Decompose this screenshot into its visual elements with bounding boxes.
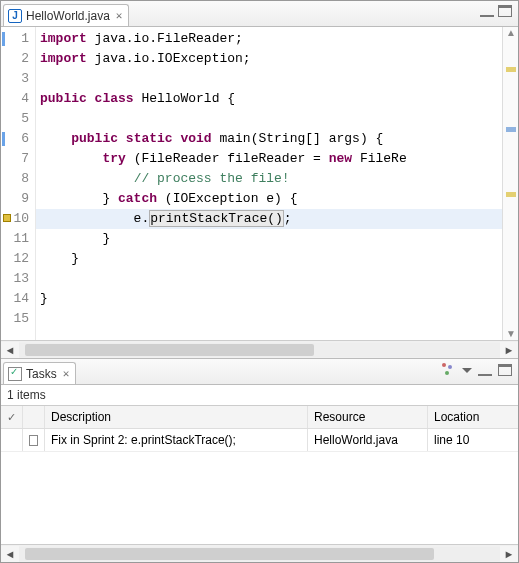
code-area[interactable]: import java.io.FileReader;import java.io…: [36, 27, 502, 340]
tasks-tab-bar: Tasks ✕: [1, 359, 518, 385]
code-line[interactable]: public class HelloWorld {: [36, 89, 502, 109]
change-marker-icon: [2, 132, 5, 146]
code-line[interactable]: } catch (IOException e) {: [36, 189, 502, 209]
overview-warning-marker[interactable]: [506, 192, 516, 197]
scroll-left-icon[interactable]: ◄: [1, 546, 19, 562]
maximize-pane-icon[interactable]: [498, 5, 512, 17]
minimize-pane-icon[interactable]: [480, 9, 494, 17]
hscroll-thumb[interactable]: [25, 548, 434, 560]
tasks-table: ✓ Description Resource Location Fix in S…: [1, 405, 518, 544]
focus-task-icon[interactable]: [442, 363, 456, 377]
checkbox-icon[interactable]: [29, 435, 38, 446]
col-description-header[interactable]: Description: [45, 406, 308, 428]
line-number: 4: [1, 89, 35, 109]
code-line[interactable]: // process the file!: [36, 169, 502, 189]
code-line[interactable]: [36, 109, 502, 129]
tasks-view-icon: [8, 367, 22, 381]
editor-hscrollbar[interactable]: ◄ ►: [1, 340, 518, 358]
task-resource: HelloWorld.java: [308, 429, 428, 451]
line-number: 8: [1, 169, 35, 189]
hscroll-thumb[interactable]: [25, 344, 314, 356]
java-file-icon: J: [8, 9, 22, 23]
code-line[interactable]: }: [36, 249, 502, 269]
col-location-header[interactable]: Location: [428, 406, 518, 428]
task-checkbox-cell[interactable]: [23, 429, 45, 451]
line-number-gutter: 123456789101112131415: [1, 27, 36, 340]
overview-task-marker[interactable]: [506, 127, 516, 132]
col-complete-header[interactable]: ✓: [1, 406, 23, 428]
code-line[interactable]: try (FileReader fileReader = new FileRe: [36, 149, 502, 169]
task-row[interactable]: Fix in Sprint 2: e.printStackTrace();Hel…: [1, 429, 518, 452]
line-number: 14: [1, 289, 35, 309]
overview-warning-marker[interactable]: [506, 67, 516, 72]
task-description: Fix in Sprint 2: e.printStackTrace();: [45, 429, 308, 451]
scroll-right-icon[interactable]: ►: [500, 342, 518, 358]
line-number: 6: [1, 129, 35, 149]
code-line[interactable]: }: [36, 289, 502, 309]
tasks-hscrollbar[interactable]: ◄ ►: [1, 544, 518, 562]
editor-tab-bar: J HelloWorld.java ✕: [1, 1, 518, 27]
line-number: 3: [1, 69, 35, 89]
editor-tab-label: HelloWorld.java: [26, 9, 110, 23]
col-resource-header[interactable]: Resource: [308, 406, 428, 428]
line-number: 11: [1, 229, 35, 249]
view-menu-icon[interactable]: [462, 368, 472, 373]
line-number: 13: [1, 269, 35, 289]
tasks-tab-label: Tasks: [26, 367, 57, 381]
editor-body[interactable]: 123456789101112131415 import java.io.Fil…: [1, 27, 518, 340]
col-checkbox-header[interactable]: [23, 406, 45, 428]
code-line[interactable]: public static void main(String[] args) {: [36, 129, 502, 149]
tasks-tab[interactable]: Tasks ✕: [3, 362, 76, 384]
task-location: line 10: [428, 429, 518, 451]
line-number: 5: [1, 109, 35, 129]
change-marker-icon: [2, 32, 5, 46]
editor-tab-helloworld[interactable]: J HelloWorld.java ✕: [3, 4, 129, 26]
code-line[interactable]: e.printStackTrace();: [36, 209, 502, 229]
line-number: 2: [1, 49, 35, 69]
checkmark-icon: ✓: [7, 411, 16, 423]
scroll-left-icon[interactable]: ◄: [1, 342, 19, 358]
hscroll-track[interactable]: [19, 547, 500, 561]
code-line[interactable]: import java.io.IOException;: [36, 49, 502, 69]
overview-ruler[interactable]: ▲ ▼: [502, 27, 518, 340]
hscroll-track[interactable]: [19, 343, 500, 357]
line-number: 1: [1, 29, 35, 49]
warning-marker-icon[interactable]: [3, 214, 11, 222]
scroll-right-icon[interactable]: ►: [500, 546, 518, 562]
tasks-pane: Tasks ✕ 1 items ✓ Description Resource L…: [1, 359, 518, 562]
line-number: 15: [1, 309, 35, 329]
tasks-count-label: 1 items: [1, 385, 518, 405]
close-tab-icon[interactable]: ✕: [63, 367, 70, 380]
code-line[interactable]: import java.io.FileReader;: [36, 29, 502, 49]
scroll-down-icon[interactable]: ▼: [505, 328, 517, 340]
line-number: 12: [1, 249, 35, 269]
code-line[interactable]: [36, 269, 502, 289]
code-line[interactable]: [36, 309, 502, 329]
code-line[interactable]: }: [36, 229, 502, 249]
minimize-pane-icon[interactable]: [478, 368, 492, 376]
code-line[interactable]: [36, 69, 502, 89]
line-number: 7: [1, 149, 35, 169]
line-number: 9: [1, 189, 35, 209]
tasks-header-row: ✓ Description Resource Location: [1, 406, 518, 429]
task-complete-cell: [1, 429, 23, 451]
close-tab-icon[interactable]: ✕: [116, 9, 123, 22]
line-number: 10: [1, 209, 35, 229]
maximize-pane-icon[interactable]: [498, 364, 512, 376]
scroll-up-icon[interactable]: ▲: [505, 27, 517, 39]
editor-pane: J HelloWorld.java ✕ 12345678910111213141…: [1, 1, 518, 359]
